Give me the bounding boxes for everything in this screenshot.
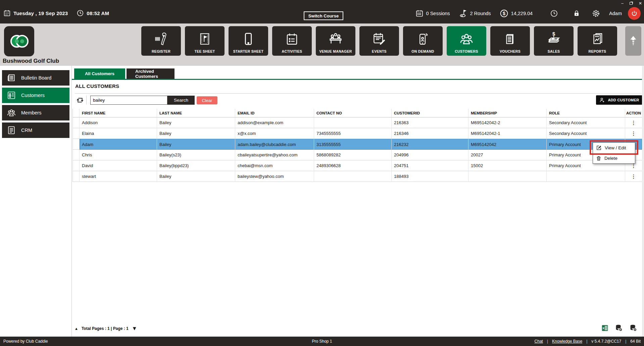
cell-first-name: Elaina — [80, 128, 157, 139]
current-user[interactable]: Adam — [609, 11, 622, 16]
cell-role — [547, 171, 625, 182]
context-menu-view-edit[interactable]: View / Edit — [593, 143, 635, 153]
on-demand-label: ON DEMAND — [411, 50, 434, 53]
gutter-cell — [72, 139, 80, 150]
sidebar: Bulletin Board Customers Me — [0, 66, 71, 337]
col-contact-no[interactable]: CONTACT NO — [314, 109, 392, 117]
add-customer-button[interactable]: ADD CUSTOMER — [596, 95, 642, 105]
crm-doc-icon — [6, 125, 16, 135]
events-label: EVENTS — [372, 50, 387, 53]
minimize-icon[interactable]: – — [621, 1, 624, 6]
power-button[interactable] — [628, 7, 641, 20]
row-actions-icon[interactable]: ⋮ — [625, 117, 642, 128]
knowledge-base-link[interactable]: Knowledge Base — [552, 339, 582, 344]
activities-button[interactable]: ACTIVITIES — [272, 26, 312, 56]
table-row[interactable]: Addison Bailey addison@example.com 21636… — [72, 117, 642, 128]
events-button[interactable]: EVENTS — [359, 26, 399, 56]
sidebar-item-customers[interactable]: Customers — [2, 88, 69, 103]
cell-last-name: Bailey — [157, 117, 235, 128]
cell-last-name: Bailey — [157, 128, 235, 139]
collapse-toolbar-button[interactable] — [625, 26, 641, 56]
chat-link[interactable]: Chat — [535, 339, 543, 344]
tab-archived-customers[interactable]: Archived Customers — [127, 68, 175, 79]
export-data-add-icon[interactable] — [630, 324, 637, 332]
sidebar-item-label: Bulletin Board — [21, 75, 51, 81]
cell-contact — [314, 117, 392, 128]
starter-sheet-button[interactable]: STARTER SHEET — [229, 26, 268, 56]
col-membership[interactable]: MEMBERSHIP — [468, 109, 547, 117]
excel-export-icon[interactable]: X — [601, 325, 608, 332]
sidebar-item-crm[interactable]: CRM — [2, 122, 69, 138]
table-row[interactable]: stewart Bailey baileystew@yahoo.com 1884… — [72, 171, 642, 182]
divider: | — [547, 339, 548, 344]
page-up-icon[interactable]: ▲ — [75, 327, 78, 331]
tee-sheet-button[interactable]: TEE SHEET — [185, 26, 225, 56]
cell-first-name: Chris — [80, 150, 157, 160]
newspaper-icon — [6, 73, 16, 83]
col-action: ACTION — [625, 109, 642, 117]
rounds-stat[interactable]: 2 Rounds — [459, 9, 491, 18]
switch-course-button[interactable]: Switch Course — [304, 11, 343, 20]
dollar-circle-icon: $ — [500, 9, 508, 18]
on-demand-button[interactable]: ON DEMAND — [403, 26, 443, 56]
reports-button[interactable]: REPORTS — [578, 26, 617, 56]
cell-email: baileystew@yahoo.com — [235, 171, 314, 182]
row-actions-icon[interactable]: ⋮ — [625, 171, 642, 182]
row-actions-icon[interactable]: ⋮ — [625, 128, 642, 139]
balance-label: 14,229.04 — [511, 11, 533, 16]
table-row[interactable]: Chris Bailey(s23) cbaileyatsupertire@yah… — [72, 150, 642, 160]
export-data-icon[interactable] — [615, 324, 623, 332]
main-content: All Customers Archived Customers ALL CUS… — [71, 66, 642, 337]
col-email-id[interactable]: EMAIL ID — [235, 109, 314, 117]
search-input[interactable] — [90, 96, 167, 105]
barcode-scanner-icon — [154, 26, 168, 50]
search-button[interactable]: Search — [167, 96, 195, 105]
vouchers-button[interactable]: VOUCHERS — [490, 26, 530, 56]
calendar-list-icon — [285, 26, 299, 50]
vouchers-label: VOUCHERS — [500, 50, 521, 53]
scrollbar[interactable] — [642, 66, 644, 337]
cell-customerid: 216346 — [392, 128, 468, 139]
col-role[interactable]: ROLE — [547, 109, 625, 117]
footer-bar: Powered by Club Caddie Pro Shop 1 Chat |… — [0, 337, 644, 346]
window-controls: – ✕ — [621, 1, 642, 6]
customers-button[interactable]: CUSTOMERS — [447, 26, 486, 56]
club-caddie-logo — [4, 26, 34, 56]
current-time: 08:52 AM — [87, 10, 109, 16]
divider — [75, 93, 641, 94]
venue-manager-button[interactable]: VENUE MANAGER — [316, 26, 355, 56]
sessions-stat[interactable]: 0 Sessions — [415, 9, 450, 17]
col-first-name[interactable]: FIRST NAME — [80, 109, 157, 117]
context-menu-delete[interactable]: Delete — [593, 153, 635, 163]
cell-customerid: 216232 — [392, 139, 468, 150]
table-row-selected[interactable]: Adam Bailey adam.bailey@clubcaddie.com 3… — [72, 139, 642, 150]
register-button[interactable]: REGISTER — [141, 26, 181, 56]
lock-icon[interactable] — [573, 10, 580, 17]
page-dropdown-icon[interactable]: ▼ — [132, 326, 137, 332]
table-row[interactable]: Elaina Bailey x@x.com 7345555555 216346 … — [72, 128, 642, 139]
sidebar-item-bulletin-board[interactable]: Bulletin Board — [2, 70, 69, 86]
topbar-right-group: 0 Sessions 2 Rounds $ 14, — [415, 6, 641, 21]
refresh-icon[interactable] — [76, 96, 84, 104]
close-icon[interactable]: ✕ — [639, 1, 642, 6]
table-row[interactable]: David Bailey(bppd23) chebai@msn.com 2489… — [72, 160, 642, 171]
divider: | — [586, 339, 587, 344]
gutter-cell — [72, 150, 80, 160]
golf-flag-icon — [459, 9, 467, 18]
page-title: ALL CUSTOMERS — [75, 83, 119, 89]
cell-role: Secondary Account — [547, 128, 625, 139]
sales-button[interactable]: $ SALES — [534, 26, 574, 56]
clock-button[interactable] — [550, 9, 558, 17]
gear-icon[interactable] — [592, 9, 600, 18]
register-label: REGISTER — [152, 50, 170, 53]
restore-icon[interactable] — [630, 2, 633, 5]
cell-last-name: Bailey — [157, 171, 235, 182]
clear-button[interactable]: Clear — [197, 96, 217, 104]
cell-customerid: 204751 — [392, 160, 468, 171]
col-last-name[interactable]: LAST NAME — [157, 109, 235, 117]
sidebar-item-members[interactable]: Members — [2, 105, 69, 120]
col-customerid[interactable]: CUSTOMERID — [392, 109, 468, 117]
tab-all-customers[interactable]: All Customers — [74, 68, 125, 79]
sessions-label: 0 Sessions — [426, 11, 450, 16]
balance-stat[interactable]: $ 14,229.04 — [500, 9, 533, 18]
